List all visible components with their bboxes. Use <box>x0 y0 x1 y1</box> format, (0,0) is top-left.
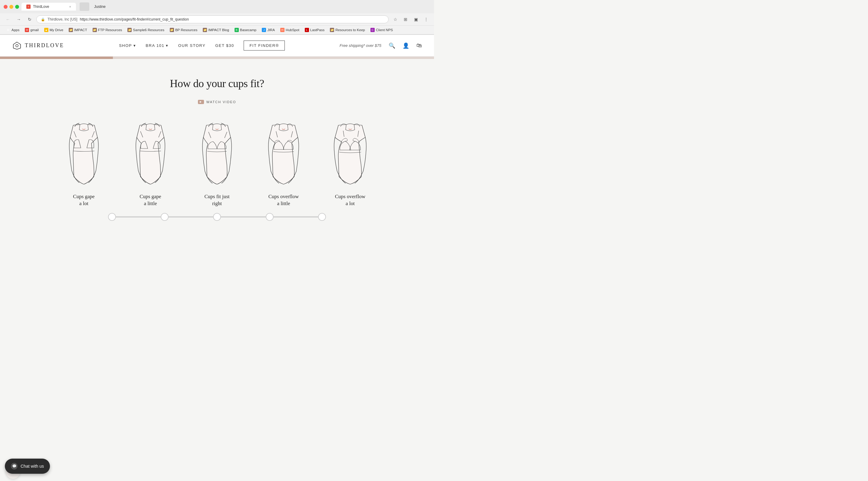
profile-icon[interactable]: ▣ <box>412 15 420 24</box>
main-content: How do your cups fit? ▶ WATCH VIDEO <box>0 59 434 242</box>
bookmark-my-drive[interactable]: ▲ My Drive <box>42 27 66 33</box>
cart-icon[interactable]: 🛍 <box>416 42 422 49</box>
bookmark-sample6[interactable]: 📁 Sample6 Resources <box>125 27 167 33</box>
bookmark-my-drive-label: My Drive <box>50 28 63 32</box>
bookmark-basecamp[interactable]: B Basecamp <box>232 27 259 33</box>
more-options-icon[interactable]: ⋮ <box>422 15 430 24</box>
bookmark-hubspot[interactable]: H HubSpot <box>278 27 302 33</box>
bookmark-ftp-resources[interactable]: 📁 FTP Resources <box>90 27 125 33</box>
nav-right-section: Free shipping* over $75 🔍 👤 🛍 <box>340 42 422 49</box>
tab-favicon: T <box>26 4 31 9</box>
gape-little-label: Cups gape a little <box>140 193 161 207</box>
bookmark-resources-label: Resources to Keep <box>335 28 365 32</box>
impact-folder-icon: 📁 <box>69 28 73 32</box>
bookmark-sample6-label: Sample6 Resources <box>133 28 164 32</box>
minimize-dot[interactable] <box>9 5 13 9</box>
slider-dot-4[interactable] <box>266 213 274 221</box>
option-gape-lot[interactable]: Cups gape a lot <box>51 119 117 211</box>
bookmark-bp-resources[interactable]: 📁 BP Resources <box>167 27 200 33</box>
slider-dot-5[interactable] <box>318 213 326 221</box>
new-tab-button[interactable] <box>80 2 89 11</box>
bookmark-ftp-label: FTP Resources <box>98 28 122 32</box>
tab-title: ThirdLove <box>33 4 49 9</box>
overflow-lot-label: Cups overflow a lot <box>335 193 366 207</box>
slider-track <box>108 216 326 218</box>
bookmark-basecamp-label: Basecamp <box>240 28 256 32</box>
bookmark-gmail[interactable]: M gmail <box>22 27 41 33</box>
forward-nav-button[interactable]: → <box>14 15 23 24</box>
website-content: THIRDLOVE SHOP ▾ BRA 101 ▾ OUR STORY GET… <box>0 35 434 242</box>
maximize-dot[interactable] <box>15 5 19 9</box>
refresh-button[interactable]: ↻ <box>25 15 34 24</box>
shipping-text: Free shipping* over $75 <box>340 43 381 48</box>
overflow-little-label: Cups overflow a little <box>269 193 299 207</box>
progress-bar-container <box>0 57 434 59</box>
nav-fit-finder[interactable]: FIT FINDER® <box>244 40 284 51</box>
gape-lot-illustration <box>58 122 110 186</box>
browser-navbar: ← → ↻ 🔒 Thirdlove, Inc [US] https://www.… <box>0 13 434 26</box>
hubspot-icon: H <box>280 28 284 32</box>
logo-symbol-icon <box>12 41 22 51</box>
option-overflow-little[interactable]: Cups overflow a little <box>250 119 317 211</box>
nav-links: SHOP ▾ BRA 101 ▾ OUR STORY GET $30 FIT F… <box>119 40 285 51</box>
fit-right-label: Cups fit just right <box>204 193 229 207</box>
browser-chrome: T ThirdLove × Justine ← → ↻ 🔒 Thirdlove,… <box>0 0 434 35</box>
account-icon[interactable]: 👤 <box>403 42 409 49</box>
bookmark-apps-label: Apps <box>11 28 19 32</box>
sample6-folder-icon: 📁 <box>127 28 132 32</box>
slider-dot-3[interactable] <box>213 213 221 221</box>
option-overflow-lot[interactable]: Cups overflow a lot <box>317 119 383 211</box>
bookmark-impact-blog-label: IMPACT Blog <box>208 28 229 32</box>
bp-folder-icon: 📁 <box>170 28 174 32</box>
impact-blog-folder-icon: 📁 <box>203 28 207 32</box>
fit-right-illustration <box>191 122 243 186</box>
option-fit-right[interactable]: Cups fit just right <box>184 119 250 211</box>
overflow-little-illustration <box>258 122 309 186</box>
drive-icon: ▲ <box>44 28 49 32</box>
address-bar[interactable]: 🔒 Thirdlove, Inc [US] https://www.thirdl… <box>36 15 389 23</box>
search-icon[interactable]: 🔍 <box>389 42 395 49</box>
bookmark-jira-label: JIRA <box>267 28 275 32</box>
progress-bar-fill <box>0 57 113 59</box>
browser-user-name: Justine <box>94 4 105 9</box>
bookmark-hubspot-label: HubSpot <box>286 28 299 32</box>
bookmark-jira[interactable]: J JIRA <box>259 27 277 33</box>
gape-little-illustration <box>125 122 176 186</box>
slider-container <box>66 216 368 218</box>
jira-icon: J <box>262 28 266 32</box>
overflow-lot-illustration <box>324 122 376 186</box>
basecamp-icon: B <box>235 28 239 32</box>
url-text: https://www.thirdlove.com/pages/fit-find… <box>80 17 189 22</box>
bookmark-impact-blog[interactable]: 📁 IMPACT Blog <box>200 27 231 33</box>
logo-text: THIRDLOVE <box>25 42 64 49</box>
slider-dot-2[interactable] <box>161 213 168 221</box>
bookmark-star-icon[interactable]: ☆ <box>391 15 400 24</box>
close-dot[interactable] <box>4 5 7 9</box>
watch-video-button[interactable]: ▶ WATCH VIDEO <box>198 100 236 104</box>
apps-icon: ⊞ <box>6 28 10 32</box>
back-nav-button[interactable]: ← <box>4 15 12 24</box>
extensions-icon[interactable]: ⊞ <box>401 15 410 24</box>
client-nps-icon: C <box>370 28 375 32</box>
bookmark-client-nps[interactable]: C Client NPS <box>368 27 395 33</box>
bookmark-bp-label: BP Resources <box>175 28 197 32</box>
site-logo[interactable]: THIRDLOVE <box>12 41 64 51</box>
browser-traffic-lights <box>4 5 19 9</box>
bookmark-apps[interactable]: ⊞ Apps <box>4 27 22 33</box>
bookmark-impact[interactable]: 📁 IMPACT <box>66 27 90 33</box>
bookmark-lastpass-label: LastPass <box>310 28 324 32</box>
nav-our-story[interactable]: OUR STORY <box>178 43 206 48</box>
site-navigation: THIRDLOVE SHOP ▾ BRA 101 ▾ OUR STORY GET… <box>0 35 434 57</box>
nav-bra101[interactable]: BRA 101 ▾ <box>146 43 168 48</box>
slider-dot-1[interactable] <box>108 213 116 221</box>
nav-shop[interactable]: SHOP ▾ <box>119 43 136 48</box>
nav-get30[interactable]: GET $30 <box>215 43 234 48</box>
bookmark-lastpass[interactable]: L LastPass <box>302 27 327 33</box>
browser-tab[interactable]: T ThirdLove × <box>22 3 76 10</box>
tab-close-button[interactable]: × <box>69 5 71 8</box>
option-gape-little[interactable]: Cups gape a little <box>117 119 184 211</box>
ftp-folder-icon: 📁 <box>93 28 97 32</box>
bookmark-resources-to-keep[interactable]: 📁 Resources to Keep <box>328 27 367 33</box>
security-lock-icon: 🔒 <box>41 18 45 22</box>
question-title: How do your cups fit? <box>6 77 428 90</box>
